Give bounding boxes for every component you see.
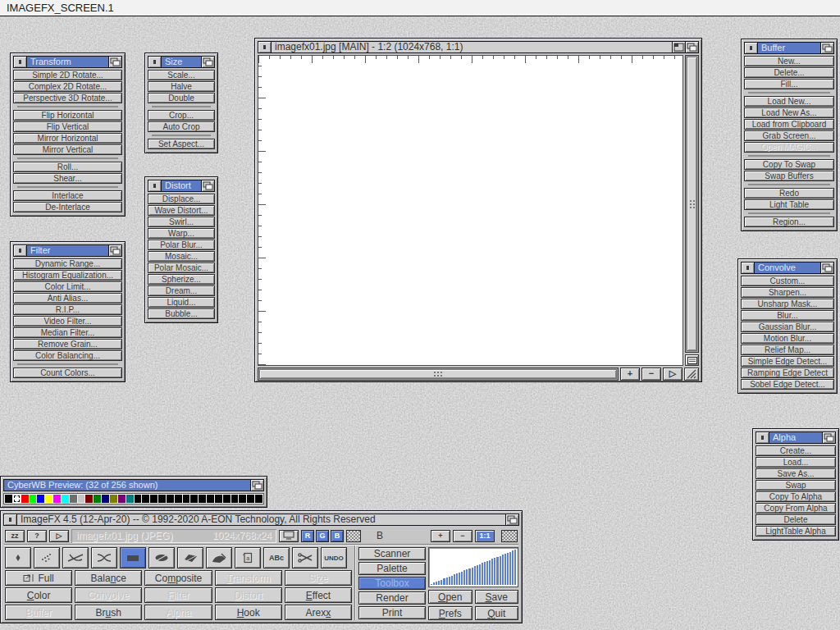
palette-swatch-16[interactable] — [135, 495, 142, 503]
palette-swatch-17[interactable] — [142, 495, 149, 503]
distort-polar-blur-button[interactable]: Polar Blur... — [148, 240, 215, 250]
size-set-aspect-button[interactable]: Set Aspect... — [148, 139, 215, 149]
palette-swatch-18[interactable] — [150, 495, 158, 503]
convolve-custom-button[interactable]: Custom... — [741, 276, 834, 286]
palette-swatch-19[interactable] — [158, 495, 166, 503]
alpha-delete-button[interactable]: Delete — [756, 514, 836, 525]
toolbox-render-button[interactable]: Render — [358, 591, 426, 605]
toolbox-full-button[interactable]: Full — [5, 570, 72, 586]
horizontal-scrollbar-track[interactable] — [258, 368, 619, 381]
close-icon[interactable] — [745, 43, 758, 53]
convolve-blur-button[interactable]: Blur... — [741, 310, 834, 321]
convolve-sobel-edge-detect-button[interactable]: Sobel Edge Detect... — [741, 379, 834, 390]
buffer-fill-button[interactable]: Fill... — [744, 79, 834, 89]
buffer-region-button[interactable]: Region... — [744, 217, 834, 227]
buffer-new-button[interactable]: New... — [744, 56, 834, 66]
depth-icon[interactable] — [108, 245, 121, 256]
palette-swatch-12[interactable] — [102, 495, 109, 503]
buffer-load-from-clipboard-button[interactable]: Load from Clipboard — [744, 119, 834, 130]
sleep-button[interactable]: zz — [5, 530, 25, 542]
distort-bubble-button[interactable]: Bubble... — [148, 308, 215, 319]
view-zoom-out-button[interactable]: − — [453, 530, 472, 542]
alpha-save-as-button[interactable]: Save As... — [756, 468, 836, 479]
buffer-load-new-as-button[interactable]: Load New As... — [744, 107, 834, 118]
size-auto-crop-button[interactable]: Auto Crop — [148, 121, 215, 132]
text-tool[interactable]: ABc — [263, 547, 290, 568]
convolve-sharpen-button[interactable]: Sharpen... — [741, 287, 834, 298]
palette-swatch-5[interactable] — [45, 495, 52, 503]
toolbox-color-button[interactable]: Color — [5, 587, 72, 603]
palette-swatch-29[interactable] — [239, 495, 246, 503]
distort-polar-mosaic-button[interactable]: Polar Mosaic... — [148, 262, 215, 273]
palette-swatch-13[interactable] — [110, 495, 117, 503]
close-icon[interactable] — [742, 262, 755, 273]
size-scale-button[interactable]: Scale... — [148, 70, 215, 80]
close-icon[interactable] — [148, 57, 162, 67]
toolbox-arexx-button[interactable]: Arexx — [285, 605, 352, 620]
close-icon[interactable] — [14, 57, 27, 67]
palette-swatch-3[interactable] — [30, 495, 37, 503]
buffer-light-table-button[interactable]: Light Table — [744, 199, 834, 210]
palette-swatch-11[interactable] — [94, 495, 101, 503]
resize-gadget-icon[interactable] — [684, 368, 699, 381]
palette-swatch-14[interactable] — [118, 495, 126, 503]
panel-titlebar[interactable]: Transform — [13, 56, 122, 68]
toolbox-hook-button[interactable]: Hook — [215, 605, 282, 620]
vertical-scrollbar-track[interactable] — [685, 55, 699, 353]
zoom-ratio-button[interactable]: 1:1 — [475, 530, 495, 542]
scissors-tool[interactable] — [292, 547, 318, 568]
depth-icon[interactable] — [820, 262, 833, 273]
filter-video-filter-button[interactable]: Video Filter... — [13, 316, 122, 326]
distort-warp-button[interactable]: Warp... — [148, 228, 215, 239]
filter-histogram-equalization-button[interactable]: Histogram Equalization... — [13, 270, 122, 281]
alpha-lighttable-alpha-button[interactable]: LightTable Alpha — [756, 526, 836, 536]
zoom-in-button[interactable]: + — [620, 368, 640, 381]
undo-button[interactable]: UNDO — [321, 547, 347, 568]
filter-color-balancing-button[interactable]: Color Balancing... — [13, 350, 122, 361]
convolve-simple-edge-detect-button[interactable]: Simple Edge Detect... — [741, 356, 834, 367]
box-tool[interactable] — [120, 547, 146, 568]
palette-swatch-6[interactable] — [53, 495, 61, 503]
point-tool[interactable] — [5, 547, 31, 568]
panel-titlebar[interactable]: Size — [148, 56, 215, 68]
alpha-swap-button[interactable]: Swap — [756, 480, 836, 491]
depth-icon[interactable] — [820, 43, 833, 53]
depth-icon[interactable] — [685, 42, 698, 52]
transform-flip-vertical-button[interactable]: Flip Vertical — [13, 121, 122, 132]
palette-swatch-0[interactable] — [5, 495, 12, 503]
transform-simple-2d-rotate-button[interactable]: Simple 2D Rotate... — [13, 70, 122, 80]
panel-titlebar[interactable]: Convolve — [741, 262, 834, 274]
buffer-grab-screen-button[interactable]: Grab Screen... — [744, 130, 834, 141]
buffer-swap-buffers-button[interactable]: Swap Buffers — [744, 171, 834, 181]
transform-shear-button[interactable]: Shear... — [13, 173, 122, 184]
filter-r-i-p-button[interactable]: R.I.P... — [13, 304, 122, 315]
close-icon[interactable] — [14, 245, 27, 256]
depth-icon[interactable] — [201, 57, 214, 67]
alpha-create-button[interactable]: Create... — [756, 445, 836, 456]
distort-dream-button[interactable]: Dream... — [148, 285, 215, 296]
toolbox-brush-button[interactable]: Brush — [75, 605, 142, 620]
palette-swatch-30[interactable] — [247, 495, 254, 503]
channel-g-button[interactable]: G — [316, 530, 329, 542]
transform-mirror-horizontal-button[interactable]: Mirror Horizontal — [13, 133, 122, 144]
open-button[interactable]: Open — [428, 590, 472, 604]
panel-titlebar[interactable]: Distort — [148, 180, 215, 192]
toolbox-effect-button[interactable]: Effect — [285, 587, 352, 603]
toolbox-scanner-button[interactable]: Scanner — [358, 547, 426, 560]
convolve-gaussian-blur-button[interactable]: Gaussian Blur... — [741, 322, 834, 332]
size-halve-button[interactable]: Halve — [148, 81, 215, 92]
palette-swatch-8[interactable] — [70, 495, 77, 503]
buffer-delete-button[interactable]: Delete... — [744, 67, 834, 78]
screen-titlebar[interactable]: IMAGEFX_SCREEN.1 — [0, 0, 840, 16]
fill-tool[interactable] — [206, 547, 232, 568]
size-crop-button[interactable]: Crop... — [148, 110, 215, 121]
transform-de-interlace-button[interactable]: De-Interlace — [13, 202, 122, 212]
convolve-motion-blur-button[interactable]: Motion Blur... — [741, 333, 834, 344]
channel-r-button[interactable]: R — [301, 530, 314, 542]
panel-titlebar[interactable]: Filter — [13, 244, 122, 257]
image-canvas[interactable] — [258, 55, 683, 366]
palette-swatch-1[interactable] — [13, 495, 21, 503]
horizontal-scrollbar-thumb[interactable] — [259, 369, 617, 379]
quit-button[interactable]: Quit — [475, 606, 519, 620]
ellipse-tool[interactable] — [148, 547, 175, 568]
